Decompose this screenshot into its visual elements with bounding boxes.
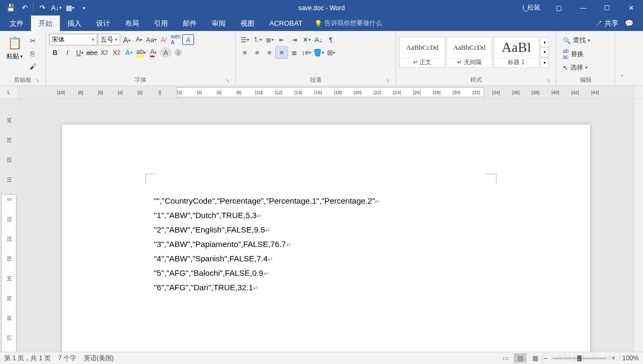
tab-layout[interactable]: 布局: [118, 16, 146, 31]
sort-icon[interactable]: A↓: [313, 34, 324, 45]
tab-references[interactable]: 引用: [146, 16, 175, 31]
char-shading-icon[interactable]: A: [160, 47, 172, 58]
close-button[interactable]: ✕: [619, 0, 643, 16]
ribbon-display-icon[interactable]: ▢: [547, 0, 571, 16]
title-bar: 💾 ↶ ↷ A↓▾ ▦▾ ▾ save.doc - Word i_松鼠 ▢ — …: [0, 0, 643, 16]
tab-design[interactable]: 设计: [89, 16, 118, 31]
decrease-indent-icon[interactable]: ⇤: [276, 34, 288, 45]
numbering-icon[interactable]: ⒈▾: [251, 34, 263, 45]
paragraph-group-label: 段落: [310, 76, 322, 83]
styles-group-label: 样式: [470, 76, 482, 83]
format-painter-icon[interactable]: 🖌: [27, 60, 38, 72]
tell-me[interactable]: 💡 告诉我你想要做什么: [314, 16, 382, 31]
asian-layout-icon[interactable]: ✕▾: [300, 34, 312, 45]
superscript-button[interactable]: X2: [111, 47, 122, 58]
strikethrough-button[interactable]: abc: [86, 47, 98, 58]
tab-file[interactable]: 文件: [2, 16, 31, 31]
paste-button[interactable]: 📋 粘贴▾: [3, 33, 26, 61]
font-launcher-icon[interactable]: ⤡: [224, 78, 231, 84]
styles-launcher-icon[interactable]: ⤡: [545, 78, 552, 84]
tab-home[interactable]: 开始: [31, 16, 60, 31]
select-button[interactable]: ↖选择▾: [560, 62, 593, 73]
enclose-char-icon[interactable]: ㊎: [172, 47, 184, 58]
align-right-icon[interactable]: ≡: [264, 47, 275, 58]
underline-button[interactable]: U▾: [74, 47, 86, 58]
find-button[interactable]: 🔍查找▾: [560, 35, 593, 46]
styles-down-icon[interactable]: ▾: [540, 47, 549, 57]
tab-review[interactable]: 审阅: [204, 16, 233, 31]
paragraph-launcher-icon[interactable]: ⤡: [385, 78, 391, 84]
clear-format-icon[interactable]: A⁄: [158, 34, 169, 45]
undo-icon[interactable]: ↶: [18, 2, 31, 14]
align-center-icon[interactable]: ≡: [251, 47, 263, 58]
tab-mailings[interactable]: 邮件: [175, 16, 204, 31]
font-name-combo[interactable]: 宋体▾: [49, 34, 97, 45]
shading-icon[interactable]: 🪣▾: [313, 47, 324, 58]
distributed-icon[interactable]: ≣: [288, 47, 300, 58]
subscript-button[interactable]: X2: [98, 47, 110, 58]
save-icon[interactable]: 💾: [4, 2, 17, 14]
styles-more-icon[interactable]: ▾: [540, 58, 549, 68]
change-case-icon[interactable]: Aa▾: [145, 34, 157, 45]
cursor-icon: ↖: [563, 64, 568, 72]
tab-acrobat[interactable]: ACROBAT: [262, 16, 310, 31]
font-color-icon[interactable]: A▾: [148, 47, 159, 58]
qat-table-icon[interactable]: ▦▾: [64, 2, 76, 14]
word-count[interactable]: 7 个字: [58, 354, 76, 363]
borders-icon[interactable]: ⊞▾: [325, 47, 337, 58]
bullets-icon[interactable]: ☰▾: [239, 34, 251, 45]
font-size-combo[interactable]: 五号▾: [98, 34, 120, 45]
phonetic-guide-icon[interactable]: wénA: [170, 34, 182, 45]
increase-indent-icon[interactable]: ⇥: [288, 34, 300, 45]
line-spacing-icon[interactable]: ↕≡▾: [300, 47, 312, 58]
web-layout-icon[interactable]: ▦: [529, 353, 541, 363]
show-marks-icon[interactable]: ¶: [325, 34, 337, 45]
qat-font-icon[interactable]: A↓▾: [50, 2, 63, 14]
read-mode-icon[interactable]: ▭: [499, 353, 512, 363]
cut-icon[interactable]: ✂: [27, 35, 38, 47]
align-left-icon[interactable]: ≡: [239, 47, 251, 58]
tab-insert[interactable]: 插入: [60, 16, 89, 31]
language-status[interactable]: 英语(美国): [84, 354, 114, 363]
styles-up-icon[interactable]: ▴: [540, 37, 549, 47]
zoom-in-button[interactable]: +: [611, 354, 615, 362]
char-border-icon[interactable]: A: [182, 34, 194, 45]
highlight-icon[interactable]: ab▾: [135, 47, 147, 58]
bold-button[interactable]: B: [49, 47, 61, 58]
comments-icon[interactable]: 💬: [625, 19, 633, 27]
zoom-slider[interactable]: [553, 358, 606, 359]
shrink-font-icon[interactable]: A▾: [133, 34, 145, 45]
style-heading1[interactable]: AaBl标题 1: [493, 37, 539, 68]
lightbulb-icon: 💡: [314, 20, 322, 27]
share-button[interactable]: ↗ 共享: [595, 19, 618, 28]
zoom-out-button[interactable]: –: [544, 354, 547, 362]
italic-button[interactable]: I: [61, 47, 73, 58]
page-count[interactable]: 第 1 页，共 1 页: [4, 354, 51, 363]
document-page[interactable]: "","CountryCode","Percentage","Percentag…: [62, 125, 590, 352]
margin-corner-icon: [486, 174, 497, 184]
qat-customize-icon[interactable]: ▾: [78, 2, 90, 14]
horizontal-ruler[interactable]: |10||8||6||4||2||||2||4||6||8||10||12||1…: [18, 86, 634, 98]
copy-icon[interactable]: ⎘: [27, 48, 38, 59]
grow-font-icon[interactable]: A▴: [121, 34, 133, 45]
print-layout-icon[interactable]: ▤: [514, 353, 526, 363]
collapse-ribbon-icon[interactable]: ˄: [615, 31, 628, 86]
tab-selector[interactable]: L: [0, 86, 18, 98]
minimize-button[interactable]: —: [571, 0, 595, 16]
ribbon-tabs: 文件 开始 插入 设计 布局 引用 邮件 审阅 视图 ACROBAT 💡 告诉我…: [0, 16, 643, 31]
style-normal[interactable]: AaBbCcDd↵ 正文: [399, 37, 445, 68]
justify-icon[interactable]: ≡: [276, 47, 288, 58]
vertical-ruler[interactable]: |4||3||2||1||||1||2||3||4||5||6||7||8||9…: [0, 99, 18, 352]
text-effects-icon[interactable]: A▾: [123, 47, 135, 58]
tab-view[interactable]: 视图: [233, 16, 262, 31]
document-body[interactable]: "","CountryCode","Percentage","Percentag…: [154, 194, 497, 295]
vertical-scrollbar[interactable]: [634, 99, 643, 352]
replace-button[interactable]: abac替换: [560, 47, 593, 61]
multilevel-icon[interactable]: ≣▾: [264, 34, 275, 45]
zoom-level[interactable]: 100%: [617, 354, 639, 362]
clipboard-launcher-icon[interactable]: ⤡: [35, 78, 41, 84]
maximize-button[interactable]: ☐: [595, 0, 619, 16]
redo-icon[interactable]: ↷: [36, 2, 49, 14]
account-name[interactable]: i_松鼠: [523, 3, 540, 12]
style-nospacing[interactable]: AaBbCcDd↵ 无间隔: [446, 37, 492, 68]
